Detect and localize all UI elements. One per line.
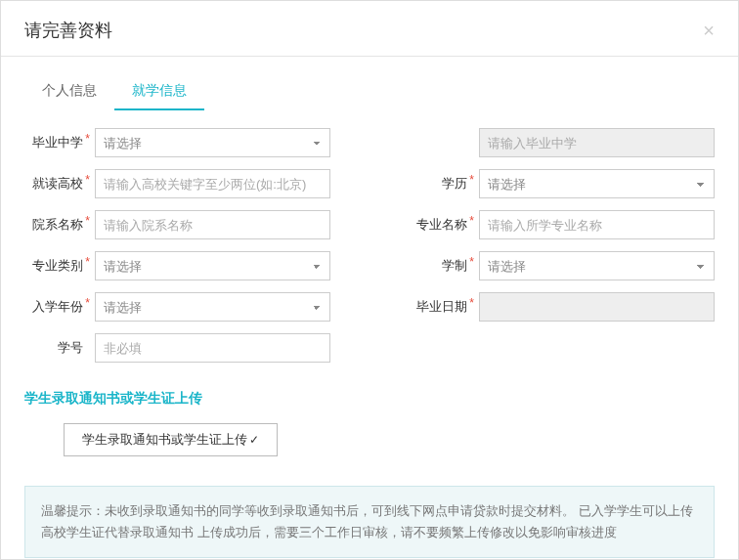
input-major[interactable]	[479, 210, 715, 239]
tab-personal[interactable]: 个人信息	[24, 74, 114, 109]
label-major: 专业名称	[409, 216, 467, 234]
input-grad-date	[479, 292, 715, 322]
upload-button[interactable]: 学生录取通知书或学生证上传✓	[64, 423, 278, 456]
input-graduate-school-text	[479, 128, 715, 157]
input-department[interactable]	[95, 210, 330, 239]
select-enroll-year[interactable]: 请选择	[95, 292, 330, 322]
label-graduate-school: 毕业中学	[24, 134, 83, 151]
hint-box: 温馨提示：未收到录取通知书的同学等收到录取通知书后，可到线下网点申请贷款时提交材…	[24, 486, 715, 558]
form: 毕业中学 请选择 就读高校 学历 请选择	[24, 128, 715, 363]
close-icon[interactable]: ×	[703, 21, 715, 40]
label-department: 院系名称	[24, 216, 83, 234]
tabs: 个人信息 就学信息	[24, 74, 715, 110]
label-education: 学历	[409, 175, 467, 193]
upload-section: 学生录取通知书或学生证上传 学生录取通知书或学生证上传✓	[24, 390, 715, 456]
modal-body: 个人信息 就学信息 毕业中学 请选择 就读高校	[1, 74, 738, 560]
input-student-id[interactable]	[95, 333, 330, 363]
modal-title: 请完善资料	[24, 19, 112, 42]
upload-title: 学生录取通知书或学生证上传	[24, 390, 715, 408]
input-college[interactable]	[95, 169, 330, 198]
modal-header: 请完善资料 ×	[1, 1, 738, 57]
tab-education[interactable]: 就学信息	[114, 74, 204, 109]
label-grad-date: 毕业日期	[409, 298, 467, 316]
upload-button-label: 学生录取通知书或学生证上传	[82, 431, 247, 449]
label-enroll-year: 入学年份	[24, 298, 83, 316]
check-icon: ✓	[249, 433, 259, 447]
select-education[interactable]: 请选择	[479, 169, 715, 198]
label-college: 就读高校	[24, 175, 83, 193]
label-school-system: 学制	[409, 257, 467, 275]
modal-dialog: 请完善资料 × 个人信息 就学信息 毕业中学 请选择	[0, 0, 739, 560]
select-school-system[interactable]: 请选择	[479, 251, 715, 280]
select-graduate-school[interactable]: 请选择	[95, 128, 330, 157]
label-major-type: 专业类别	[24, 257, 83, 275]
select-major-type[interactable]: 请选择	[95, 251, 330, 280]
label-student-id: 学号	[24, 339, 83, 357]
